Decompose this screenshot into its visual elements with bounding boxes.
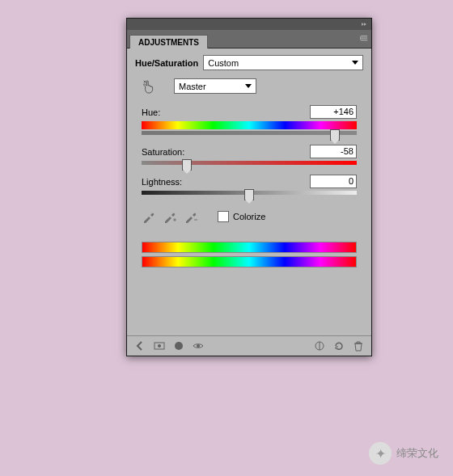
svg-point-2 — [158, 344, 161, 348]
channel-select[interactable]: Master — [174, 78, 256, 94]
panel-body: Hue/Saturation Custom Master Hue: +146 — [127, 48, 371, 335]
saturation-slider-thumb[interactable] — [182, 159, 192, 171]
panel-header-bar[interactable] — [127, 19, 371, 30]
targeted-adjustment-icon[interactable] — [142, 79, 158, 94]
hue-slider[interactable] — [142, 131, 357, 135]
eyedropper-plus-icon[interactable] — [163, 209, 177, 224]
adjustment-layer-icon[interactable] — [153, 339, 166, 352]
preset-select[interactable]: Custom — [203, 55, 363, 70]
clip-icon[interactable] — [313, 339, 326, 352]
lightness-value-input[interactable]: 0 — [310, 175, 357, 188]
tab-adjustments[interactable]: ADJUSTMENTS — [129, 35, 208, 48]
hue-saturation-title: Hue/Saturation — [135, 58, 198, 68]
saturation-slider[interactable] — [142, 161, 357, 165]
input-color-bar — [142, 242, 357, 253]
svg-marker-0 — [360, 36, 361, 40]
svg-point-3 — [175, 342, 183, 350]
reset-icon[interactable] — [332, 339, 345, 352]
panel-footer — [127, 335, 371, 356]
svg-point-4 — [197, 344, 200, 348]
watermark-icon: ✦ — [369, 442, 392, 465]
chevron-down-icon — [352, 61, 358, 65]
colorize-checkbox[interactable] — [218, 211, 229, 222]
trash-icon[interactable] — [352, 339, 365, 352]
eyedropper-icon[interactable] — [142, 209, 156, 224]
adjustments-panel: ADJUSTMENTS Hue/Saturation Custom Master… — [126, 18, 372, 356]
hue-value-input[interactable]: +146 — [310, 105, 357, 119]
lightness-slider-thumb[interactable] — [244, 189, 254, 200]
back-arrow-icon[interactable] — [133, 339, 146, 352]
colorize-label: Colorize — [233, 212, 265, 221]
channel-value: Master — [179, 82, 206, 91]
watermark-text: 缔荣文化 — [396, 446, 438, 461]
hue-label: Hue: — [142, 107, 310, 117]
collapse-icon[interactable] — [360, 20, 368, 28]
watermark: ✦ 缔荣文化 — [369, 442, 438, 465]
output-color-bar — [142, 256, 357, 267]
chevron-down-icon — [245, 84, 252, 88]
preset-value: Custom — [208, 58, 239, 68]
panel-menu-icon[interactable] — [360, 35, 368, 43]
lightness-label: Lightness: — [142, 177, 310, 187]
lightness-slider[interactable] — [142, 191, 357, 195]
hue-spectrum — [142, 121, 357, 129]
eyedropper-minus-icon[interactable] — [184, 209, 198, 224]
eye-icon[interactable] — [192, 339, 205, 352]
saturation-value-input[interactable]: -58 — [310, 145, 357, 158]
view-icon[interactable] — [172, 339, 185, 352]
saturation-label: Saturation: — [142, 147, 310, 157]
hue-slider-thumb[interactable] — [330, 129, 340, 141]
tab-strip: ADJUSTMENTS — [127, 30, 371, 48]
